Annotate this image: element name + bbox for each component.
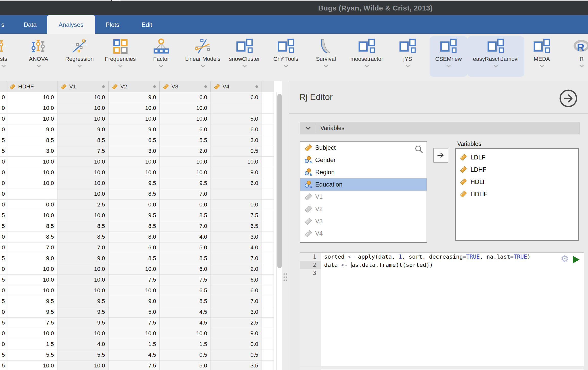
- table-cell[interactable]: 7.5: [109, 361, 160, 370]
- chevron-down-icon[interactable]: [446, 65, 451, 67]
- table-cell[interactable]: 0: [0, 157, 6, 167]
- table-cell[interactable]: 9.5: [57, 296, 109, 307]
- column-header-v1[interactable]: V1: [57, 81, 109, 92]
- table-cell[interactable]: 0.0: [6, 200, 57, 210]
- code-editor[interactable]: 123 sorted <- apply(data, 1, sort, decre…: [300, 252, 584, 370]
- table-cell-empty[interactable]: [262, 318, 274, 328]
- table-cell[interactable]: 10.0: [57, 285, 109, 296]
- table-cell-empty[interactable]: [262, 285, 274, 296]
- table-cell[interactable]: 8.5: [6, 221, 57, 232]
- table-cell[interactable]: 0: [0, 285, 6, 296]
- table-cell[interactable]: 10.0: [57, 264, 109, 275]
- chevron-down-icon[interactable]: [324, 65, 328, 67]
- table-cell[interactable]: 10.0: [109, 103, 160, 114]
- move-variable-button[interactable]: [433, 148, 448, 163]
- table-cell[interactable]: 0: [0, 232, 6, 242]
- table-cell[interactable]: 0: [0, 339, 6, 350]
- table-cell[interactable]: 6.0: [211, 124, 262, 135]
- table-cell[interactable]: 10.0: [6, 210, 57, 221]
- table-cell[interactable]: 3.5: [211, 361, 262, 370]
- table-cell[interactable]: 10.0: [109, 167, 160, 178]
- table-cell[interactable]: 3.0: [211, 135, 262, 146]
- variable-item-v2[interactable]: V2: [300, 203, 427, 215]
- table-cell-empty[interactable]: [262, 157, 274, 167]
- table-cell[interactable]: 6.0: [160, 92, 211, 103]
- table-cell[interactable]: 4.5: [160, 318, 211, 328]
- table-cell[interactable]: 8.5: [160, 210, 211, 221]
- ribbon-item-meda[interactable]: MEDA: [528, 36, 556, 77]
- table-cell-empty[interactable]: [262, 221, 274, 232]
- table-cell[interactable]: 2.0: [211, 264, 262, 275]
- table-cell[interactable]: 5: [0, 361, 6, 370]
- table-cell[interactable]: [211, 189, 262, 200]
- table-cell[interactable]: 5: [0, 275, 6, 285]
- table-cell[interactable]: 10.0: [160, 103, 211, 114]
- tab-data[interactable]: Data: [15, 15, 45, 34]
- table-cell[interactable]: 9.0: [211, 167, 262, 178]
- table-cell[interactable]: 10.0: [109, 328, 160, 339]
- ribbon-item-moosetractor[interactable]: moosetractor: [345, 36, 389, 77]
- table-cell[interactable]: 10.0: [6, 264, 57, 275]
- table-cell[interactable]: 5.0: [109, 307, 160, 318]
- table-cell-empty[interactable]: [262, 135, 274, 146]
- table-cell[interactable]: 6.0: [211, 92, 262, 103]
- table-cell[interactable]: 10.0: [6, 167, 57, 178]
- table-cell[interactable]: 0: [0, 103, 6, 114]
- table-cell[interactable]: 6.5: [109, 135, 160, 146]
- chevron-down-icon[interactable]: [201, 65, 205, 67]
- table-cell[interactable]: 5: [0, 253, 6, 264]
- column-header-v2[interactable]: V2: [109, 81, 160, 92]
- table-cell[interactable]: 10.0: [109, 114, 160, 124]
- table-cell-empty[interactable]: [262, 178, 274, 189]
- editor-horizontal-scrollbar[interactable]: [300, 366, 584, 369]
- ribbon-item-chi-tools[interactable]: Chi² Tools: [268, 36, 304, 77]
- ribbon-item-frequencies[interactable]: Frequencies: [99, 36, 141, 77]
- table-cell[interactable]: 2.5: [57, 200, 109, 210]
- run-code-play-icon[interactable]: [573, 256, 580, 263]
- table-cell[interactable]: 10.0: [6, 92, 57, 103]
- table-cell[interactable]: 0: [0, 189, 6, 200]
- table-cell[interactable]: 2.0: [160, 146, 211, 157]
- table-cell[interactable]: 10.0: [57, 114, 109, 124]
- table-cell-empty[interactable]: [262, 114, 274, 124]
- table-cell-empty[interactable]: [262, 307, 274, 318]
- ribbon-item-linear-models[interactable]: Linear Models: [180, 36, 226, 77]
- table-cell[interactable]: 10.0: [6, 157, 57, 167]
- table-cell[interactable]: 9.0: [6, 124, 57, 135]
- table-cell-empty[interactable]: [262, 200, 274, 210]
- column-header-cut[interactable]: [0, 81, 6, 92]
- table-cell[interactable]: 0: [0, 167, 6, 178]
- table-cell[interactable]: 7.0: [57, 242, 109, 253]
- table-cell[interactable]: 7.5: [160, 275, 211, 285]
- table-cell[interactable]: 5.5: [6, 350, 57, 361]
- table-cell[interactable]: 6.5: [211, 221, 262, 232]
- chevron-down-icon[interactable]: [405, 65, 410, 67]
- variable-item-hdhf[interactable]: HDHF: [456, 188, 578, 200]
- column-header-empty[interactable]: [262, 81, 274, 92]
- table-cell[interactable]: 10.0: [6, 114, 57, 124]
- editor-settings-gear-icon[interactable]: ⚙: [561, 254, 569, 263]
- chevron-down-icon[interactable]: [1, 65, 6, 67]
- table-cell[interactable]: 9.0: [109, 92, 160, 103]
- table-cell[interactable]: 7.5: [57, 146, 109, 157]
- table-cell[interactable]: 2.5: [211, 318, 262, 328]
- ribbon-item-regression[interactable]: Regression: [60, 36, 99, 77]
- table-cell[interactable]: 1.5: [160, 339, 211, 350]
- table-cell[interactable]: 8.5: [109, 253, 160, 264]
- table-cell[interactable]: 0.5: [160, 350, 211, 361]
- table-cell[interactable]: 9.5: [6, 307, 57, 318]
- table-cell[interactable]: 10.0: [109, 285, 160, 296]
- table-cell[interactable]: 10.0: [57, 103, 109, 114]
- spreadsheet-scrollbar-thumb[interactable]: [277, 94, 282, 268]
- table-cell[interactable]: 10.0: [57, 157, 109, 167]
- table-cell[interactable]: 5: [0, 146, 6, 157]
- table-cell[interactable]: 10.0: [109, 264, 160, 275]
- table-cell[interactable]: 10.0: [57, 361, 109, 370]
- table-cell[interactable]: 10.0: [57, 178, 109, 189]
- table-cell[interactable]: 8.5: [160, 253, 211, 264]
- code-line[interactable]: data <- as.data.frame(t(sorted)): [324, 261, 561, 269]
- table-cell-empty[interactable]: [262, 275, 274, 285]
- code-area[interactable]: sorted <- apply(data, 1, sort, decreasin…: [324, 253, 561, 360]
- code-line[interactable]: [324, 269, 561, 277]
- tab-analyses[interactable]: Analyses: [47, 15, 95, 34]
